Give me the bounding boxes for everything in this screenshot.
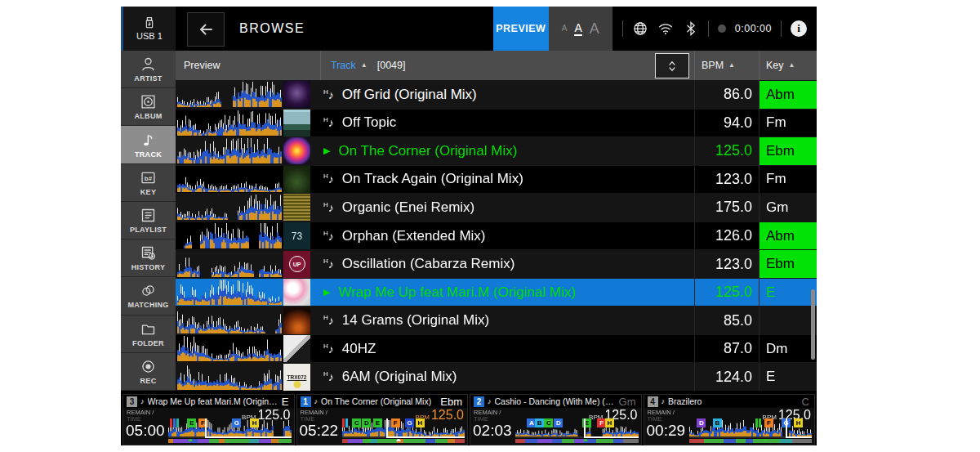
table-row[interactable]: UP H♪ ▶ Oscillation (Cabarza Remix) 123.… bbox=[176, 249, 817, 278]
track-browser: Preview Track ▲ [0049] BPM ▲ Key ▲ bbox=[176, 51, 817, 391]
usb-icon bbox=[143, 16, 156, 29]
sidebar-item-artist[interactable]: ARTIST bbox=[121, 51, 176, 88]
track-title: Wrap Me Up feat Mari.M (Original Mix) bbox=[338, 284, 576, 301]
deck-key: Gm bbox=[619, 396, 638, 408]
phrase-segment bbox=[348, 439, 363, 443]
track-cell: H♪ ▶ Oscillation (Cabarza Remix) bbox=[314, 250, 694, 278]
preview-cell bbox=[176, 307, 314, 334]
waveform-preview bbox=[177, 280, 282, 305]
sidebar-item-key[interactable]: KEY bbox=[121, 164, 176, 202]
preview-cell bbox=[176, 110, 314, 137]
usb-source-button[interactable]: USB 1 bbox=[121, 7, 176, 51]
page-title: BROWSE bbox=[239, 7, 493, 51]
sort-chevrons-icon bbox=[667, 58, 677, 74]
table-row[interactable]: H♪ ▶ Wrap Me Up feat Mari.M (Original Mi… bbox=[176, 278, 817, 307]
time-mode-label: REMAIN / TIME bbox=[301, 409, 327, 423]
hot-cue-marker bbox=[170, 418, 172, 427]
playhead-marker bbox=[205, 418, 207, 438]
font-size-small-button[interactable]: A bbox=[562, 25, 568, 33]
phrase-segment bbox=[562, 439, 574, 443]
key-cell: Abm bbox=[759, 81, 817, 109]
phrase-segment bbox=[613, 439, 623, 443]
track-note-icon: H♪ bbox=[323, 370, 334, 383]
hot-cue-marker: B bbox=[713, 418, 722, 427]
sidebar-item-matching[interactable]: MATCHING bbox=[121, 277, 176, 315]
deck-remaining-time: 05:22 bbox=[300, 422, 339, 440]
hot-cue-marker: H bbox=[794, 418, 803, 427]
preview-cell bbox=[176, 137, 314, 165]
sidebar-item-rec[interactable]: REC bbox=[121, 353, 176, 391]
font-size-large-button[interactable]: A bbox=[590, 21, 599, 36]
album-art: TRX072 bbox=[283, 364, 310, 391]
sidebar-item-folder[interactable]: FOLDER bbox=[121, 316, 176, 353]
sort-ascending-icon: ▲ bbox=[728, 62, 735, 69]
track-note-icon: H♪ bbox=[323, 230, 334, 243]
top-bar: USB 1 BROWSE PREVIEW A A A 0:00:00 i bbox=[121, 7, 817, 51]
track-note-icon: H♪ bbox=[323, 342, 334, 356]
album-art: 73 bbox=[283, 222, 310, 249]
hot-cue-marker bbox=[342, 418, 345, 427]
phrase-analysis-strip bbox=[342, 439, 466, 443]
track-cell: H♪ ▶ 40HZ bbox=[314, 335, 694, 363]
preview-cell: UP bbox=[176, 250, 314, 278]
font-size-medium-button[interactable]: A bbox=[574, 22, 581, 36]
table-row[interactable]: 73 H♪ ▶ Orphan (Extended Mix) 126.0 Abm bbox=[176, 222, 817, 250]
sort-column-label: Track bbox=[331, 60, 356, 71]
phrase-segment bbox=[259, 439, 271, 443]
preview-button[interactable]: PREVIEW bbox=[493, 7, 549, 51]
table-row[interactable]: H♪ ▶ 40HZ 87.0 Dm bbox=[176, 334, 817, 363]
table-row[interactable]: H♪ ▶ Organic (Enei Remix) 175.0 Gm bbox=[176, 193, 817, 222]
preview-cell bbox=[176, 194, 314, 222]
phrase-segment bbox=[552, 439, 562, 443]
deck-track-title: Wrap Me Up feat Mari.M (Original Mix) bbox=[148, 396, 278, 406]
waveform-preview bbox=[177, 252, 282, 277]
track-note-icon: H♪ bbox=[323, 172, 334, 186]
hot-cue-marker bbox=[755, 418, 758, 427]
track-cell: H♪ ▶ On Track Again (Original Mix) bbox=[314, 166, 694, 194]
column-header-bpm[interactable]: BPM ▲ bbox=[694, 51, 759, 80]
bpm-cell: 86.0 bbox=[694, 81, 759, 109]
phrase-segment bbox=[623, 439, 638, 443]
phrase-segment bbox=[219, 439, 225, 443]
sidebar-item-album[interactable]: ALBUM bbox=[121, 88, 176, 126]
table-row[interactable]: H♪ ▶ On Track Again (Original Mix) 123.0… bbox=[176, 165, 817, 194]
column-header-track[interactable]: Track ▲ [0049] bbox=[321, 51, 694, 80]
phrase-marker bbox=[188, 439, 193, 441]
sidebar-item-history[interactable]: HISTORY bbox=[121, 239, 176, 277]
history-icon bbox=[140, 244, 157, 262]
bluetooth-icon bbox=[683, 20, 699, 37]
track-title: Organic (Enei Remix) bbox=[342, 199, 475, 216]
table-row[interactable]: H♪ ▶ Off Grid (Original Mix) 86.0 Abm bbox=[176, 80, 817, 109]
phrase-marker bbox=[763, 439, 768, 441]
sidebar-item-playlist[interactable]: PLAYLIST bbox=[121, 202, 176, 239]
deck-remaining-time: 02:03 bbox=[473, 422, 512, 440]
sidebar-item-track[interactable]: TRACK bbox=[121, 126, 176, 163]
hot-cue-marker: F bbox=[764, 418, 773, 427]
hot-cue-marker: F bbox=[391, 418, 400, 427]
deck-panel-1: 1 ♪ On The Corner (Original Mix) Ebm REM… bbox=[296, 394, 469, 445]
info-button[interactable]: i bbox=[791, 20, 807, 37]
deck-number-badge: 1 bbox=[301, 396, 311, 407]
table-row[interactable]: H♪ ▶ On The Corner (Original Mix) 125.0 … bbox=[176, 136, 817, 165]
album-art bbox=[283, 194, 310, 221]
scrollbar-thumb[interactable] bbox=[811, 289, 815, 360]
key-cell: Fm bbox=[759, 166, 817, 194]
sort-toggle-button[interactable] bbox=[655, 53, 689, 78]
record-indicator-icon bbox=[718, 25, 726, 33]
track-title: Orphan (Extended Mix) bbox=[342, 228, 486, 244]
note-icon: ♪ bbox=[662, 397, 666, 405]
track-title: Off Topic bbox=[342, 114, 396, 131]
deck-panel-3: 3 ♪ Wrap Me Up feat Mari.M (Original Mix… bbox=[122, 394, 295, 445]
playhead-marker bbox=[386, 418, 388, 438]
back-button[interactable] bbox=[187, 12, 225, 47]
table-row[interactable]: TRX072 H♪ ▶ 6AM (Original Mix) 124.0 E bbox=[176, 362, 817, 391]
table-row[interactable]: H♪ ▶ Off Topic 94.0 Fm bbox=[176, 109, 817, 137]
hot-cue-marker bbox=[173, 418, 176, 427]
track-note-icon: H♪ bbox=[323, 257, 334, 271]
phrase-segment bbox=[537, 439, 552, 443]
column-header-key[interactable]: Key ▲ bbox=[759, 51, 817, 80]
time-mode-label: REMAIN / TIME bbox=[127, 409, 154, 423]
deck-number-badge: 2 bbox=[474, 396, 484, 407]
table-row[interactable]: H♪ ▶ 14 Grams (Original Mix) 85.0 bbox=[176, 306, 817, 334]
wifi-icon bbox=[657, 20, 674, 37]
